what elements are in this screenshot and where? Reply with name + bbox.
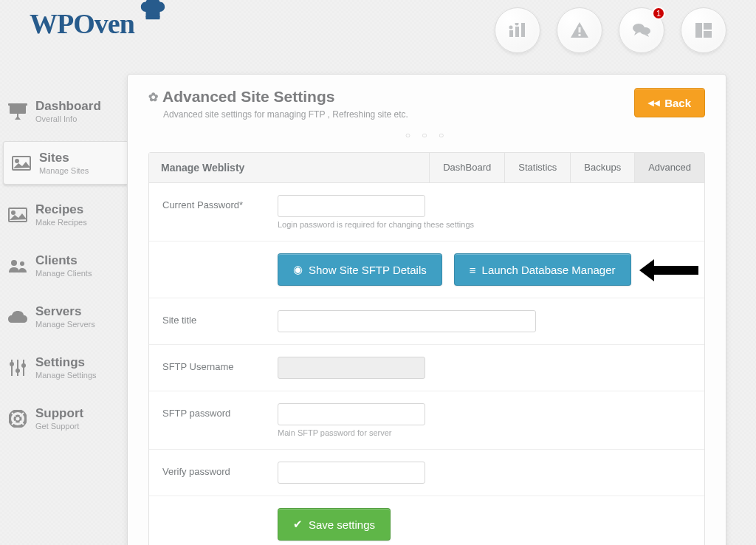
- launch-db-button[interactable]: ≡ Launch Database Manager: [454, 253, 631, 286]
- warning-icon: [570, 21, 589, 39]
- nav-clients[interactable]: Clients Manage Clients: [0, 244, 127, 287]
- svg-point-9: [640, 27, 650, 35]
- verify-password-label: Verify password: [162, 462, 266, 477]
- nav-label: Sites: [39, 151, 89, 165]
- tab-statistics[interactable]: Statistics: [504, 153, 570, 182]
- brand-logo[interactable]: WPOven: [30, 7, 162, 40]
- main-panel: ✿ Advanced Site Settings Advanced site s…: [127, 74, 726, 545]
- svg-rect-2: [515, 27, 519, 37]
- top-chat-button[interactable]: 1: [619, 7, 664, 53]
- site-title-input[interactable]: [278, 310, 536, 332]
- page-subtitle: Advanced site settings for managing FTP …: [163, 109, 408, 120]
- page-title-text: Advanced Site Settings: [162, 88, 334, 106]
- svg-rect-13: [10, 105, 26, 114]
- svg-point-27: [21, 363, 26, 368]
- current-password-hint: Login password is required for changing …: [278, 220, 691, 229]
- nav-settings[interactable]: Settings Manage Settings: [0, 346, 127, 388]
- site-title-label: Site title: [162, 310, 266, 326]
- svg-point-29: [15, 416, 21, 422]
- sftp-username-label: SFTP Username: [162, 357, 266, 372]
- nav-label: Recipes: [35, 202, 87, 217]
- nav-dashboard[interactable]: Dashboard Overall Info: [0, 90, 127, 132]
- svg-point-25: [10, 362, 14, 366]
- image-icon: [11, 154, 32, 172]
- nav-label: Clients: [35, 253, 92, 268]
- lifebuoy-icon: [7, 410, 28, 428]
- tab-dashboard[interactable]: DashBoard: [429, 153, 504, 182]
- sliders-icon: [7, 359, 28, 377]
- page-title: ✿ Advanced Site Settings: [148, 88, 408, 106]
- nav-sub: Overall Info: [35, 114, 101, 123]
- svg-rect-14: [8, 103, 27, 106]
- back-arrows-icon: ◂◂: [648, 96, 660, 109]
- launch-db-label: Launch Database Manager: [482, 264, 616, 276]
- show-sftp-button[interactable]: ◉ Show Site SFTP Details: [278, 253, 442, 286]
- svg-rect-3: [521, 23, 525, 37]
- sftp-password-input[interactable]: [278, 403, 425, 425]
- annotation-arrow: [639, 259, 698, 281]
- svg-point-17: [16, 160, 18, 162]
- save-settings-button[interactable]: ✔ Save settings: [278, 508, 391, 541]
- bars-icon: [509, 23, 526, 38]
- svg-rect-7: [579, 34, 581, 36]
- brand-text: WPOven: [30, 7, 134, 40]
- chat-icon: [632, 22, 651, 38]
- svg-rect-0: [145, 16, 159, 20]
- top-alerts-button[interactable]: [557, 7, 602, 53]
- tab-advanced[interactable]: Advanced: [634, 153, 704, 182]
- nav-sub: Manage Servers: [35, 320, 95, 329]
- svg-point-21: [20, 261, 24, 266]
- svg-rect-23: [17, 360, 18, 376]
- top-grid-button[interactable]: [681, 7, 726, 53]
- list-icon: ≡: [470, 264, 476, 276]
- nav-servers[interactable]: Servers Manage Servers: [0, 295, 127, 337]
- image-icon: [7, 206, 28, 224]
- chef-hat-icon: [139, 0, 167, 24]
- svg-rect-10: [695, 23, 702, 38]
- nav-sub: Get Support: [35, 422, 83, 431]
- nav-label: Dashboard: [35, 99, 101, 114]
- svg-point-26: [16, 369, 20, 373]
- sftp-password-hint: Main SFTP password for server: [278, 428, 691, 437]
- notification-badge: 1: [652, 7, 665, 20]
- sftp-username-input: [278, 357, 425, 379]
- gear-icon: ✿: [148, 90, 158, 104]
- top-stats-button[interactable]: [495, 7, 540, 53]
- svg-rect-1: [509, 30, 513, 37]
- panel-title: Manage Weblisty: [149, 153, 256, 182]
- svg-point-4: [509, 26, 513, 30]
- presentation-icon: [7, 103, 28, 120]
- nav-recipes[interactable]: Recipes Make Recipes: [0, 193, 127, 236]
- sidebar: Dashboard Overall Info Sites Manage Site…: [0, 74, 127, 448]
- current-password-input[interactable]: [278, 195, 425, 217]
- settings-panel: Manage Weblisty DashBoard Statistics Bac…: [148, 152, 705, 545]
- verify-password-input[interactable]: [278, 462, 425, 484]
- nav-label: Support: [35, 406, 83, 421]
- back-label: Back: [664, 97, 691, 109]
- svg-rect-12: [704, 31, 712, 38]
- eye-icon: ◉: [293, 263, 303, 276]
- divider-dots: ○ ○ ○: [148, 130, 705, 140]
- current-password-label: Current Password*: [162, 195, 266, 210]
- nav-label: Servers: [35, 304, 95, 319]
- sftp-password-label: SFTP password: [162, 403, 266, 419]
- nav-support[interactable]: Support Get Support: [0, 397, 127, 439]
- nav-sub: Manage Settings: [35, 371, 97, 380]
- layout-icon: [695, 23, 712, 38]
- save-label: Save settings: [309, 518, 375, 531]
- users-icon: [7, 257, 28, 275]
- svg-point-19: [12, 211, 15, 214]
- nav-sub: Make Recipes: [35, 218, 87, 227]
- svg-rect-11: [704, 23, 712, 30]
- svg-point-20: [11, 260, 17, 266]
- svg-point-5: [515, 23, 519, 26]
- back-button[interactable]: ◂◂ Back: [634, 88, 705, 117]
- nav-label: Settings: [35, 355, 97, 370]
- panel-tabs: DashBoard Statistics Backups Advanced: [429, 153, 704, 182]
- svg-rect-6: [579, 27, 581, 32]
- nav-sub: Manage Sites: [39, 166, 89, 175]
- show-sftp-label: Show Site SFTP Details: [309, 264, 427, 276]
- tab-backups[interactable]: Backups: [570, 153, 634, 182]
- nav-sites[interactable]: Sites Manage Sites: [3, 141, 127, 185]
- cloud-icon: [7, 308, 28, 326]
